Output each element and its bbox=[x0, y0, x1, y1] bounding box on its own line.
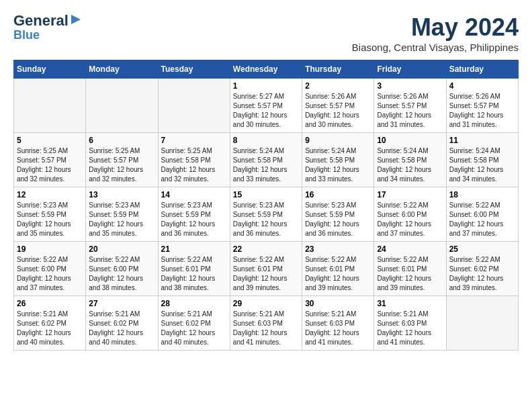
day-info: Sunrise: 5:25 AM Sunset: 5:57 PM Dayligh… bbox=[89, 146, 154, 184]
weekday-header-tuesday: Tuesday bbox=[158, 60, 230, 79]
svg-marker-0 bbox=[71, 15, 81, 24]
calendar-week-5: 26Sunrise: 5:21 AM Sunset: 6:02 PM Dayli… bbox=[14, 296, 519, 351]
day-number: 12 bbox=[17, 190, 83, 199]
day-number: 2 bbox=[305, 81, 371, 91]
day-info: Sunrise: 5:22 AM Sunset: 6:01 PM Dayligh… bbox=[377, 255, 443, 293]
day-number: 16 bbox=[305, 190, 371, 199]
calendar-cell: 27Sunrise: 5:21 AM Sunset: 6:02 PM Dayli… bbox=[86, 296, 158, 351]
calendar-table: SundayMondayTuesdayWednesdayThursdayFrid… bbox=[13, 60, 519, 351]
day-number: 26 bbox=[17, 299, 83, 308]
day-number: 9 bbox=[305, 136, 371, 145]
calendar-cell bbox=[14, 79, 86, 133]
day-info: Sunrise: 5:22 AM Sunset: 6:01 PM Dayligh… bbox=[305, 255, 371, 293]
calendar-cell: 6Sunrise: 5:25 AM Sunset: 5:57 PM Daylig… bbox=[86, 133, 158, 187]
weekday-header-wednesday: Wednesday bbox=[230, 60, 302, 79]
location: Biasong, Central Visayas, Philippines bbox=[352, 42, 519, 53]
calendar-cell: 2Sunrise: 5:26 AM Sunset: 5:57 PM Daylig… bbox=[302, 79, 374, 133]
day-info: Sunrise: 5:21 AM Sunset: 6:03 PM Dayligh… bbox=[233, 310, 299, 347]
day-number: 20 bbox=[89, 244, 154, 254]
day-info: Sunrise: 5:22 AM Sunset: 6:00 PM Dayligh… bbox=[89, 255, 154, 293]
day-number: 17 bbox=[377, 190, 443, 199]
calendar-cell: 25Sunrise: 5:22 AM Sunset: 6:02 PM Dayli… bbox=[446, 242, 518, 296]
calendar-header-row: SundayMondayTuesdayWednesdayThursdayFrid… bbox=[14, 60, 519, 79]
page-header: General Blue May 2024 Biasong, Central V… bbox=[13, 13, 519, 53]
calendar-cell: 11Sunrise: 5:24 AM Sunset: 5:58 PM Dayli… bbox=[446, 133, 518, 187]
day-number: 27 bbox=[89, 299, 154, 308]
calendar-cell bbox=[446, 296, 518, 351]
calendar-body: 1Sunrise: 5:27 AM Sunset: 5:57 PM Daylig… bbox=[14, 79, 519, 351]
day-info: Sunrise: 5:22 AM Sunset: 6:00 PM Dayligh… bbox=[17, 255, 83, 293]
day-info: Sunrise: 5:25 AM Sunset: 5:58 PM Dayligh… bbox=[161, 146, 227, 184]
calendar-cell: 5Sunrise: 5:25 AM Sunset: 5:57 PM Daylig… bbox=[14, 133, 86, 187]
weekday-header-sunday: Sunday bbox=[14, 60, 86, 79]
day-info: Sunrise: 5:21 AM Sunset: 6:02 PM Dayligh… bbox=[89, 310, 154, 347]
calendar-cell: 20Sunrise: 5:22 AM Sunset: 6:00 PM Dayli… bbox=[86, 242, 158, 296]
calendar-cell: 13Sunrise: 5:23 AM Sunset: 5:59 PM Dayli… bbox=[86, 187, 158, 242]
day-info: Sunrise: 5:21 AM Sunset: 6:03 PM Dayligh… bbox=[377, 310, 443, 347]
month-title: May 2024 bbox=[352, 13, 519, 42]
calendar-cell: 9Sunrise: 5:24 AM Sunset: 5:58 PM Daylig… bbox=[302, 133, 374, 187]
day-info: Sunrise: 5:24 AM Sunset: 5:58 PM Dayligh… bbox=[233, 146, 299, 184]
day-info: Sunrise: 5:26 AM Sunset: 5:57 PM Dayligh… bbox=[305, 92, 371, 130]
calendar-cell bbox=[86, 79, 158, 133]
day-info: Sunrise: 5:21 AM Sunset: 6:02 PM Dayligh… bbox=[161, 310, 227, 347]
calendar-cell: 26Sunrise: 5:21 AM Sunset: 6:02 PM Dayli… bbox=[14, 296, 86, 351]
day-info: Sunrise: 5:27 AM Sunset: 5:57 PM Dayligh… bbox=[233, 92, 299, 130]
day-info: Sunrise: 5:23 AM Sunset: 5:59 PM Dayligh… bbox=[305, 201, 371, 238]
day-info: Sunrise: 5:22 AM Sunset: 6:02 PM Dayligh… bbox=[449, 255, 515, 293]
calendar-cell: 3Sunrise: 5:26 AM Sunset: 5:57 PM Daylig… bbox=[374, 79, 446, 133]
weekday-header-saturday: Saturday bbox=[446, 60, 518, 79]
day-info: Sunrise: 5:21 AM Sunset: 6:03 PM Dayligh… bbox=[305, 310, 371, 347]
calendar-cell: 18Sunrise: 5:22 AM Sunset: 6:00 PM Dayli… bbox=[446, 187, 518, 242]
day-info: Sunrise: 5:23 AM Sunset: 5:59 PM Dayligh… bbox=[161, 201, 227, 238]
weekday-header-monday: Monday bbox=[86, 60, 158, 79]
weekday-header-thursday: Thursday bbox=[302, 60, 374, 79]
day-info: Sunrise: 5:23 AM Sunset: 5:59 PM Dayligh… bbox=[233, 201, 299, 238]
calendar-week-1: 1Sunrise: 5:27 AM Sunset: 5:57 PM Daylig… bbox=[14, 79, 519, 133]
calendar-week-2: 5Sunrise: 5:25 AM Sunset: 5:57 PM Daylig… bbox=[14, 133, 519, 187]
calendar-cell: 12Sunrise: 5:23 AM Sunset: 5:59 PM Dayli… bbox=[14, 187, 86, 242]
calendar-cell: 15Sunrise: 5:23 AM Sunset: 5:59 PM Dayli… bbox=[230, 187, 302, 242]
title-block: May 2024 Biasong, Central Visayas, Phili… bbox=[352, 13, 519, 53]
calendar-cell: 19Sunrise: 5:22 AM Sunset: 6:00 PM Dayli… bbox=[14, 242, 86, 296]
day-number: 19 bbox=[17, 244, 83, 254]
day-info: Sunrise: 5:24 AM Sunset: 5:58 PM Dayligh… bbox=[449, 146, 515, 184]
day-number: 22 bbox=[233, 244, 299, 254]
calendar-cell: 29Sunrise: 5:21 AM Sunset: 6:03 PM Dayli… bbox=[230, 296, 302, 351]
calendar-week-3: 12Sunrise: 5:23 AM Sunset: 5:59 PM Dayli… bbox=[14, 187, 519, 242]
day-info: Sunrise: 5:21 AM Sunset: 6:02 PM Dayligh… bbox=[17, 310, 83, 347]
day-info: Sunrise: 5:22 AM Sunset: 6:00 PM Dayligh… bbox=[377, 201, 443, 238]
calendar-week-4: 19Sunrise: 5:22 AM Sunset: 6:00 PM Dayli… bbox=[14, 242, 519, 296]
day-info: Sunrise: 5:23 AM Sunset: 5:59 PM Dayligh… bbox=[89, 201, 154, 238]
day-info: Sunrise: 5:22 AM Sunset: 6:01 PM Dayligh… bbox=[233, 255, 299, 293]
calendar-cell: 14Sunrise: 5:23 AM Sunset: 5:59 PM Dayli… bbox=[158, 187, 230, 242]
calendar-cell: 7Sunrise: 5:25 AM Sunset: 5:58 PM Daylig… bbox=[158, 133, 230, 187]
day-number: 13 bbox=[89, 190, 154, 199]
day-number: 18 bbox=[449, 190, 515, 199]
day-number: 6 bbox=[89, 136, 154, 145]
calendar-cell bbox=[158, 79, 230, 133]
day-info: Sunrise: 5:22 AM Sunset: 6:00 PM Dayligh… bbox=[449, 201, 515, 238]
calendar-cell: 1Sunrise: 5:27 AM Sunset: 5:57 PM Daylig… bbox=[230, 79, 302, 133]
day-info: Sunrise: 5:26 AM Sunset: 5:57 PM Dayligh… bbox=[449, 92, 515, 130]
day-info: Sunrise: 5:22 AM Sunset: 6:01 PM Dayligh… bbox=[161, 255, 227, 293]
day-number: 11 bbox=[449, 136, 515, 145]
day-info: Sunrise: 5:26 AM Sunset: 5:57 PM Dayligh… bbox=[377, 92, 443, 130]
calendar-cell: 23Sunrise: 5:22 AM Sunset: 6:01 PM Dayli… bbox=[302, 242, 374, 296]
calendar-cell: 28Sunrise: 5:21 AM Sunset: 6:02 PM Dayli… bbox=[158, 296, 230, 351]
calendar-cell: 16Sunrise: 5:23 AM Sunset: 5:59 PM Dayli… bbox=[302, 187, 374, 242]
calendar-cell: 10Sunrise: 5:24 AM Sunset: 5:58 PM Dayli… bbox=[374, 133, 446, 187]
day-number: 4 bbox=[449, 81, 515, 91]
day-number: 15 bbox=[233, 190, 299, 199]
calendar-cell: 31Sunrise: 5:21 AM Sunset: 6:03 PM Dayli… bbox=[374, 296, 446, 351]
day-number: 10 bbox=[377, 136, 443, 145]
logo: General Blue bbox=[13, 13, 82, 42]
day-number: 1 bbox=[233, 81, 299, 91]
weekday-header-friday: Friday bbox=[374, 60, 446, 79]
day-number: 25 bbox=[449, 244, 515, 254]
day-number: 14 bbox=[161, 190, 227, 199]
calendar-cell: 21Sunrise: 5:22 AM Sunset: 6:01 PM Dayli… bbox=[158, 242, 230, 296]
day-number: 7 bbox=[161, 136, 227, 145]
day-number: 31 bbox=[377, 299, 443, 308]
day-number: 30 bbox=[305, 299, 371, 308]
